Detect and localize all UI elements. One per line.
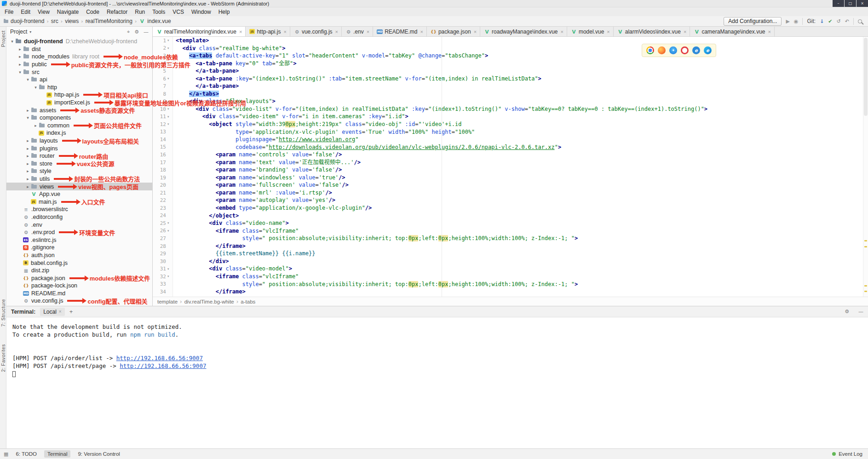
breadcrumb-duoji-frontend[interactable]: duoji-frontend <box>4 18 44 24</box>
tree-item-views[interactable]: ▸viewsview视图、pages页面 <box>6 183 152 190</box>
search-icon[interactable] <box>858 19 862 23</box>
line-number[interactable]: 2 <box>163 45 167 51</box>
line-number[interactable]: 26 <box>160 228 167 234</box>
code-line[interactable]: <param name='text' value='正在加载视频中...'/> <box>173 159 868 166</box>
tree-item-public[interactable]: ▸publicpublic资源文件夹，一般放引用的第三方插件 <box>6 61 152 69</box>
tree-item-README.md[interactable]: MDREADME.md <box>6 290 152 298</box>
editor-tab-realTimeMonitoring-index.vue[interactable]: VrealTimeMonitoring\index.vue× <box>153 27 246 36</box>
tool-window-switcher-icon[interactable]: ▦ <box>4 451 8 457</box>
close-button[interactable]: × <box>857 0 868 7</box>
git-rollback-icon[interactable]: ↶ <box>845 18 849 24</box>
code-line[interactable]: <object style="width:390px;height:219px"… <box>173 120 868 128</box>
line-number[interactable]: 10 <box>160 106 167 112</box>
breadcrumb-src[interactable]: src <box>51 18 58 24</box>
settings-gear-icon[interactable]: ⚙ <box>134 29 139 35</box>
close-icon[interactable]: × <box>239 29 242 34</box>
run-icon[interactable]: ▶ <box>786 18 789 24</box>
firefox-icon[interactable] <box>658 46 666 54</box>
close-icon[interactable]: × <box>768 29 770 34</box>
line-number[interactable]: 24 <box>160 212 167 218</box>
locate-icon[interactable]: ⌖ <box>127 29 130 35</box>
code-line[interactable]: <param name='windowless' value='true'/> <box>173 174 868 182</box>
editor-breadcrumb-item[interactable]: template <box>157 299 178 304</box>
editor-tab-cameraManage-index.vue[interactable]: VcameraManage\index.vue× <box>690 27 775 36</box>
fold-icon[interactable]: ▾ <box>167 275 172 278</box>
line-number[interactable]: 23 <box>160 205 167 211</box>
editor-tab-http-api.js[interactable]: JShttp-api.js× <box>246 27 290 36</box>
status-item-9--Version-Control[interactable]: 9: Version Control <box>78 451 120 457</box>
ie-icon[interactable]: e <box>692 46 700 54</box>
status-item-Event-Log[interactable]: Event Log <box>839 451 862 457</box>
breadcrumb-realTimeMonitoring[interactable]: realTimeMonitoring <box>86 18 132 24</box>
close-icon[interactable]: × <box>420 29 423 34</box>
code-scroll-area[interactable]: <template> <div class="realTime bg-white… <box>173 37 868 297</box>
tree-item-assets[interactable]: ▸assetsassets静态资源文件 <box>6 106 152 114</box>
opera-icon[interactable] <box>681 46 689 54</box>
code-line[interactable]: </iframe> <box>173 288 868 296</box>
new-terminal-tab-button[interactable]: + <box>69 308 73 315</box>
line-number[interactable]: 30 <box>160 258 167 264</box>
editor-tab-alarmVideos-index.vue[interactable]: ValarmVideos\index.vue× <box>614 27 690 36</box>
code-line[interactable]: </a-tabs> <box>173 90 868 98</box>
close-icon[interactable]: × <box>59 309 62 314</box>
code-line[interactable]: <div class="flex-layouts"> <box>173 98 868 105</box>
tree-item-src[interactable]: ▾src <box>6 68 152 76</box>
terminal-output[interactable]: Note that the development build is not o… <box>6 317 868 448</box>
settings-gear-icon[interactable]: ⚙ <box>845 309 849 315</box>
fold-icon[interactable]: ▾ <box>167 39 172 42</box>
breadcrumb-views[interactable]: views <box>65 18 79 24</box>
minimize-icon[interactable]: — <box>858 309 863 315</box>
code-line[interactable]: <div class="video-model"> <box>173 265 868 273</box>
line-number[interactable]: 28 <box>160 243 167 249</box>
tree-item-utils[interactable]: ▸utils封装的一些公共函数方法 <box>6 175 152 183</box>
editor-tab-roadwayManage-index.vue[interactable]: VroadwayManage\index.vue× <box>480 27 567 36</box>
chrome-icon[interactable] <box>646 46 654 54</box>
code-line[interactable]: <a-tab-pane :key="(index+1).toString()" … <box>173 75 868 83</box>
code-line[interactable]: </a-tab-pane> <box>173 67 868 75</box>
code-line[interactable]: <div class="realTime bg-white"> <box>173 45 868 52</box>
line-number[interactable]: 16 <box>160 152 167 158</box>
code-line[interactable]: <div class="video-list" v-for="(item,ind… <box>173 105 868 113</box>
maximize-button[interactable]: □ <box>845 0 856 7</box>
code-line[interactable]: {{item.streetName}} {{i.name}} <box>173 250 868 258</box>
code-line[interactable]: <param name='branding' value='false'/> <box>173 166 868 174</box>
tool-strip-project[interactable]: Project <box>0 30 6 47</box>
line-number[interactable]: 19 <box>160 175 167 181</box>
tree-item-package-lock.json[interactable]: {}package-lock.json <box>6 282 152 290</box>
code-line[interactable]: <a-tab-pane key="0" tab="全部"> <box>173 60 868 68</box>
line-number[interactable]: 18 <box>160 167 167 173</box>
tool-strip-favorites[interactable]: 2: Favorites <box>0 344 6 372</box>
tool-strip-structure[interactable]: 7: Structure <box>0 299 6 327</box>
code-line[interactable]: <iframe class="vlcIframe" <box>173 227 868 235</box>
fold-icon[interactable]: ▾ <box>167 229 172 233</box>
terminal-link[interactable]: http://192.168.66.56:9007 <box>120 362 206 369</box>
tree-item-.eslintrc.js[interactable]: ES.eslintrc.js <box>6 236 152 244</box>
git-commit-icon[interactable]: ✔ <box>828 18 832 24</box>
code-line[interactable]: type='application/x-vlc-plugin' events='… <box>173 128 868 136</box>
line-number[interactable]: 7 <box>163 83 167 89</box>
menu-vcs[interactable]: VCS <box>169 8 188 16</box>
tree-item-.env[interactable]: ⚙.env <box>6 221 152 229</box>
tree-item-layouts[interactable]: ▸layoutslayouts全局布局相关 <box>6 137 152 145</box>
close-icon[interactable]: × <box>335 29 338 34</box>
terminal-text[interactable]: npm run build <box>130 331 175 338</box>
editor-tab-README.md[interactable]: MDREADME.md× <box>373 27 427 36</box>
menu-help[interactable]: Help <box>215 8 234 16</box>
code-line[interactable]: style=" position:absolute;visibility:inh… <box>173 235 868 242</box>
line-number[interactable]: 29 <box>160 251 167 257</box>
minimize-button[interactable]: – <box>833 0 844 7</box>
line-number[interactable]: 5 <box>163 68 167 74</box>
tree-item-dist.zip[interactable]: ▦dist.zip <box>6 267 152 275</box>
git-history-icon[interactable]: ↺ <box>837 18 841 24</box>
line-number[interactable]: 6 <box>163 76 167 82</box>
menu-code[interactable]: Code <box>82 8 103 16</box>
tree-item-node_modules[interactable]: ▸node_moduleslibrary rootnode_modules依赖 <box>6 53 152 61</box>
code-line[interactable]: pluginspage="http://www.videolan.org" <box>173 136 868 143</box>
line-number[interactable]: 13 <box>160 129 167 135</box>
tree-item-.editorconfig[interactable]: ⚙.editorconfig <box>6 213 152 221</box>
tree-item-vue.config.js[interactable]: ⚙vue.config.jsconfig配置、代理相关 <box>6 297 152 305</box>
menu-refactor[interactable]: Refactor <box>103 8 131 16</box>
line-number[interactable]: 8 <box>163 91 167 97</box>
line-number[interactable]: 1 <box>163 38 167 44</box>
tree-item-plugins[interactable]: ▸plugins <box>6 144 152 152</box>
